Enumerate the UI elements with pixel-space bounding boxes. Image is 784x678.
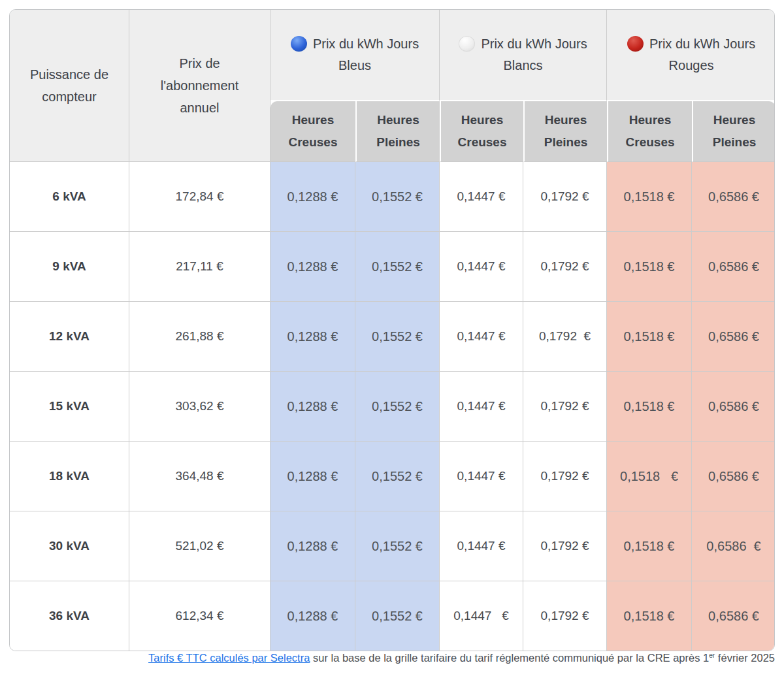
cell-blue-peak: 0,1552 €: [355, 162, 440, 232]
cell-blue-off-peak: 0,1288 €: [270, 581, 355, 651]
blue-days-group-label: Prix du kWh Jours Bleus: [313, 37, 419, 73]
footnote-text-end: février 2025: [715, 652, 775, 664]
cell-subscription: 217,11 €: [129, 232, 270, 302]
cell-red-peak: 0,6586 €: [692, 232, 775, 302]
footnote: Tarifs € TTC calculés par Selectra sur l…: [9, 652, 775, 664]
page: Puissance de compteur Prix de l'abonneme…: [0, 0, 784, 678]
cell-white-peak: 0,1792 €: [523, 372, 607, 442]
red-off-peak-header: Heures Creuses: [607, 101, 692, 162]
cell-blue-peak: 0,1552 €: [355, 232, 440, 302]
table-row: 30 kVA521,02 €0,1288 €0,1552 €0,1447 €0,…: [10, 511, 775, 581]
cell-blue-off-peak: 0,1288 €: [270, 442, 355, 511]
cell-red-off-peak: 0,1518 €: [607, 581, 692, 651]
cell-white-peak: 0,1792 €: [523, 302, 607, 372]
table-header: Puissance de compteur Prix de l'abonneme…: [10, 10, 775, 162]
group-header-row: Puissance de compteur Prix de l'abonneme…: [10, 10, 775, 101]
white-days-group-label: Prix du kWh Jours Blancs: [481, 37, 587, 73]
cell-blue-peak: 0,1552 €: [355, 581, 440, 651]
cell-blue-off-peak: 0,1288 €: [270, 511, 355, 581]
cell-red-peak: 0,6586 €: [692, 372, 775, 442]
cell-red-peak: 0,6586 €: [692, 442, 775, 511]
cell-power: 36 kVA: [10, 581, 129, 651]
power-column-header: Puissance de compteur: [10, 10, 129, 162]
cell-white-peak: 0,1792 €: [523, 162, 607, 232]
blue-days-group-header: Prix du kWh Jours Bleus: [270, 10, 440, 101]
cell-red-peak: 0,6586 €: [692, 302, 775, 372]
selectra-tariffs-link[interactable]: Tarifs € TTC calculés par Selectra: [148, 652, 310, 664]
cell-white-peak: 0,1792 €: [523, 232, 607, 302]
table-row: 36 kVA612,34 €0,1288 €0,1552 €0,1447 €0,…: [10, 581, 775, 651]
cell-blue-off-peak: 0,1288 €: [270, 372, 355, 442]
cell-subscription: 261,88 €: [129, 302, 270, 372]
cell-power: 30 kVA: [10, 511, 129, 581]
cell-white-off-peak: 0,1447 €: [440, 162, 523, 232]
red-peak-header: Heures Pleines: [692, 101, 775, 162]
white-off-peak-header: Heures Creuses: [440, 101, 523, 162]
cell-red-off-peak: 0,1518 €: [607, 442, 692, 511]
table-row: 12 kVA261,88 €0,1288 €0,1552 €0,1447 €0,…: [10, 302, 775, 372]
cell-power: 15 kVA: [10, 372, 129, 442]
cell-blue-peak: 0,1552 €: [355, 372, 440, 442]
subscription-column-header: Prix de l'abonnement annuel: [129, 10, 270, 162]
cell-white-peak: 0,1792 €: [523, 581, 607, 651]
cell-red-peak: 0,6586 €: [692, 581, 775, 651]
cell-white-off-peak: 0,1447 €: [440, 372, 523, 442]
red-circle-icon: [627, 36, 644, 52]
blue-peak-header: Heures Pleines: [355, 101, 440, 162]
table-body: 6 kVA172,84 €0,1288 €0,1552 €0,1447 €0,1…: [10, 162, 775, 651]
cell-power: 18 kVA: [10, 442, 129, 511]
cell-white-off-peak: 0,1447 €: [440, 581, 523, 651]
blue-off-peak-header: Heures Creuses: [270, 101, 355, 162]
footnote-text: sur la base de la grille tarifaire du ta…: [310, 652, 709, 664]
cell-red-off-peak: 0,1518 €: [607, 302, 692, 372]
tariff-table: Puissance de compteur Prix de l'abonneme…: [10, 10, 775, 651]
table-row: 6 kVA172,84 €0,1288 €0,1552 €0,1447 €0,1…: [10, 162, 775, 232]
cell-subscription: 364,48 €: [129, 442, 270, 511]
cell-red-peak: 0,6586 €: [692, 511, 775, 581]
cell-white-off-peak: 0,1447 €: [440, 511, 523, 581]
cell-red-peak: 0,6586 €: [692, 162, 775, 232]
red-days-group-label: Prix du kWh Jours Rouges: [649, 37, 755, 73]
cell-blue-peak: 0,1552 €: [355, 442, 440, 511]
cell-red-off-peak: 0,1518 €: [607, 162, 692, 232]
cell-power: 6 kVA: [10, 162, 129, 232]
table-row: 9 kVA217,11 €0,1288 €0,1552 €0,1447 €0,1…: [10, 232, 775, 302]
cell-blue-peak: 0,1552 €: [355, 302, 440, 372]
cell-red-off-peak: 0,1518 €: [607, 232, 692, 302]
white-days-group-header: Prix du kWh Jours Blancs: [440, 10, 607, 101]
cell-blue-off-peak: 0,1288 €: [270, 162, 355, 232]
cell-subscription: 612,34 €: [129, 581, 270, 651]
cell-subscription: 303,62 €: [129, 372, 270, 442]
cell-white-peak: 0,1792 €: [523, 511, 607, 581]
tariff-table-container: Puissance de compteur Prix de l'abonneme…: [9, 9, 775, 651]
cell-blue-off-peak: 0,1288 €: [270, 302, 355, 372]
cell-red-off-peak: 0,1518 €: [607, 511, 692, 581]
table-row: 18 kVA364,48 €0,1288 €0,1552 €0,1447 €0,…: [10, 442, 775, 511]
cell-power: 12 kVA: [10, 302, 129, 372]
white-circle-icon: [459, 36, 475, 52]
white-peak-header: Heures Pleines: [523, 101, 607, 162]
cell-subscription: 172,84 €: [129, 162, 270, 232]
blue-circle-icon: [291, 36, 307, 52]
cell-red-off-peak: 0,1518 €: [607, 372, 692, 442]
cell-white-off-peak: 0,1447 €: [440, 302, 523, 372]
cell-blue-peak: 0,1552 €: [355, 511, 440, 581]
table-row: 15 kVA303,62 €0,1288 €0,1552 €0,1447 €0,…: [10, 372, 775, 442]
red-days-group-header: Prix du kWh Jours Rouges: [607, 10, 775, 101]
cell-subscription: 521,02 €: [129, 511, 270, 581]
cell-white-off-peak: 0,1447 €: [440, 442, 523, 511]
cell-blue-off-peak: 0,1288 €: [270, 232, 355, 302]
footnote-superscript: er: [709, 652, 715, 659]
cell-white-peak: 0,1792 €: [523, 442, 607, 511]
cell-power: 9 kVA: [10, 232, 129, 302]
cell-white-off-peak: 0,1447 €: [440, 232, 523, 302]
